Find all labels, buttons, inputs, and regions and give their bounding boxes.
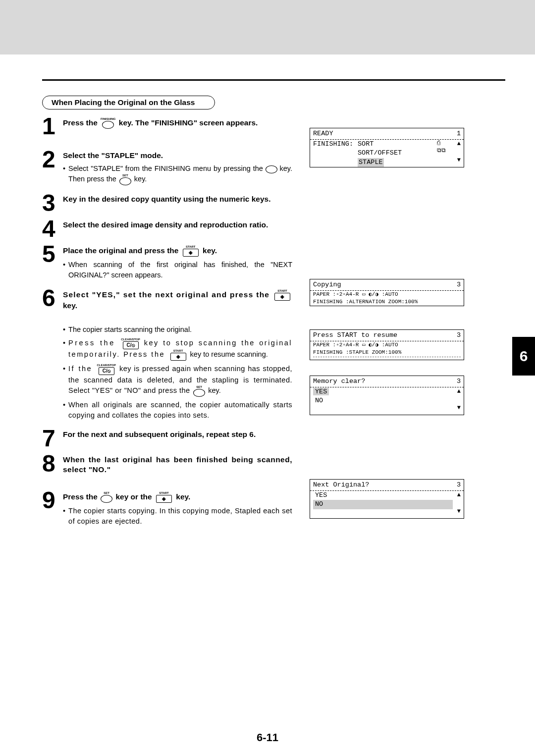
manual-page: When Placing the Original on the Glass 1…	[0, 0, 535, 756]
lcd-option-selected: YES	[313, 388, 329, 395]
bullet: Select "STAPLE" from the FINISHING menu …	[63, 163, 292, 185]
lcd-line: PAPER :▫2▫A4-R ▭ ◐/◑ :AUTO	[313, 291, 461, 298]
lcd-option: SORT/OFFSET	[358, 149, 402, 157]
step-9: 9 Press the SET key or the START ◈	[42, 488, 292, 530]
bullet: The copier starts scanning the original.	[63, 324, 292, 335]
lcd-line: PAPER :▫2▫A4-R ▭ ◐/◑ :AUTO	[313, 341, 461, 349]
step-title-part: key.	[63, 301, 77, 310]
step-title: Select the desired image density and rep…	[63, 220, 292, 230]
lcd-panel-copying: Copying 3 PAPER :▫2▫A4-R ▭ ◐/◑ :AUTO FIN…	[310, 279, 464, 306]
lcd-title: Press START to resume	[313, 331, 397, 340]
step-title-part: key or the	[115, 492, 154, 501]
lcd-option-selected: STAPLE	[358, 158, 384, 167]
step-7: 7 For the next and subsequent originals,…	[42, 427, 292, 449]
step-title-part: Place the original and press the	[63, 246, 181, 254]
page-number: 6-11	[0, 731, 535, 744]
step-1: 1 Press the FINISHING key. The "FINISHIN…	[42, 114, 292, 137]
step-title-part: Press the	[63, 118, 100, 127]
lcd-option: NO	[313, 397, 325, 404]
start-key-icon: START ◈	[273, 289, 291, 301]
step-number: 7	[42, 427, 63, 449]
lcd-option: SORT	[358, 140, 374, 148]
step-title: When the last original has been finished…	[63, 455, 292, 475]
lcd-count: 3	[457, 377, 461, 386]
main-content: When Placing the Original on the Glass 1…	[0, 54, 535, 530]
lcd-option: YES	[313, 491, 329, 499]
lcd-option-selected: NO	[313, 500, 453, 509]
lcd-title: Memory clear?	[313, 377, 365, 386]
finishing-key-icon: FINISHING	[101, 117, 115, 129]
step-number: 8	[42, 452, 63, 474]
step-title: For the next and subsequent originals, r…	[63, 430, 292, 439]
step-number: 4	[42, 217, 63, 239]
lcd-label: FINISHING:	[313, 140, 358, 167]
lcd-panel-memory-clear: Memory clear? 3 YES NO ▲▼	[310, 376, 464, 415]
step-3: 3 Key in the desired copy quantity using…	[42, 191, 292, 214]
start-key-icon: START ◈	[182, 245, 200, 257]
lcd-count: 3	[457, 280, 461, 289]
step-2: 2 Select the "STAPLE" mode. Select "STAP…	[42, 148, 292, 188]
divider	[42, 79, 505, 81]
start-key-icon: START ◈	[155, 491, 173, 503]
lcd-line: FINISHING :STAPLE ZOOM:100%	[313, 349, 461, 356]
step-title-part: key.	[203, 246, 217, 254]
step-title-part: key.	[176, 492, 190, 501]
step-number: 9	[42, 488, 63, 511]
step-number: 5	[42, 242, 63, 265]
down-key-icon	[266, 165, 277, 173]
section-title-pill: When Placing the Original on the Glass	[42, 96, 215, 109]
set-key-icon: SET	[119, 174, 131, 185]
lcd-line: FINISHING :ALTERNATION ZOOM:100%	[313, 298, 461, 306]
step-number: 6	[42, 286, 63, 309]
bullet: If the CLEAR/STOP C/⦸ key is pressed aga…	[63, 364, 292, 397]
step-5: 5 Place the original and press the START…	[42, 242, 292, 283]
step-number: 3	[42, 191, 63, 214]
set-key-icon: SET	[101, 491, 112, 503]
scroll-arrow-icon: ▲▼	[453, 491, 461, 518]
bullet: The copier starts copying. In this copyi…	[63, 506, 292, 527]
bullet: Press the CLEAR/STOP C/⦸ key to stop sca…	[63, 338, 292, 361]
step-number: 1	[42, 114, 63, 137]
lcd-status: READY	[313, 129, 333, 138]
step-6: 6 Select "YES," set the next original an…	[42, 286, 292, 424]
step-title-part: key. The "FINISHING" screen appears.	[119, 118, 258, 127]
lcd-panel-ready: READY 1 FINISHING: SORT SORT/OFFSET STAP…	[310, 128, 464, 167]
step-title-part: Press the	[63, 492, 100, 501]
set-key-icon: SET	[193, 385, 205, 397]
lcd-panel-resume: Press START to resume 3 PAPER :▫2▫A4-R ▭…	[310, 329, 464, 360]
start-key-icon: START ◈	[169, 349, 187, 361]
bullet: When all originals are scanned, the copi…	[63, 400, 292, 421]
scroll-arrow-icon: ▲▼	[453, 140, 461, 167]
step-title: Key in the desired copy quantity using t…	[63, 194, 292, 204]
step-8: 8 When the last original has been finish…	[42, 452, 292, 475]
step-number: 2	[42, 148, 63, 170]
step-title: Select the "STAPLE" mode.	[63, 151, 292, 161]
header-band	[0, 0, 535, 54]
lcd-count: 3	[457, 481, 461, 489]
scroll-arrow-icon: ▲▼	[453, 387, 461, 415]
chapter-tab: 6	[512, 337, 535, 376]
lcd-count: 3	[457, 331, 461, 340]
lcd-panel-next-original: Next Original? 3 YES NO ▲▼	[310, 479, 464, 519]
step-4: 4 Select the desired image density and r…	[42, 217, 292, 239]
lcd-count: 1	[457, 129, 461, 138]
staple-icon: ⎙⧉⧉	[437, 140, 453, 167]
clearstop-key-icon: CLEAR/STOP C/⦸	[97, 364, 116, 375]
step-title-part: Select "YES," set the next original and …	[63, 290, 272, 298]
lcd-title: Next Original?	[313, 481, 369, 489]
steps-column: 1 Press the FINISHING key. The "FINISHIN…	[42, 114, 292, 530]
lcd-title: Copying	[313, 280, 341, 289]
bullet: When scanning of the first original has …	[63, 260, 292, 280]
clearstop-key-icon: CLEAR/STOP C/⦸	[121, 338, 140, 349]
